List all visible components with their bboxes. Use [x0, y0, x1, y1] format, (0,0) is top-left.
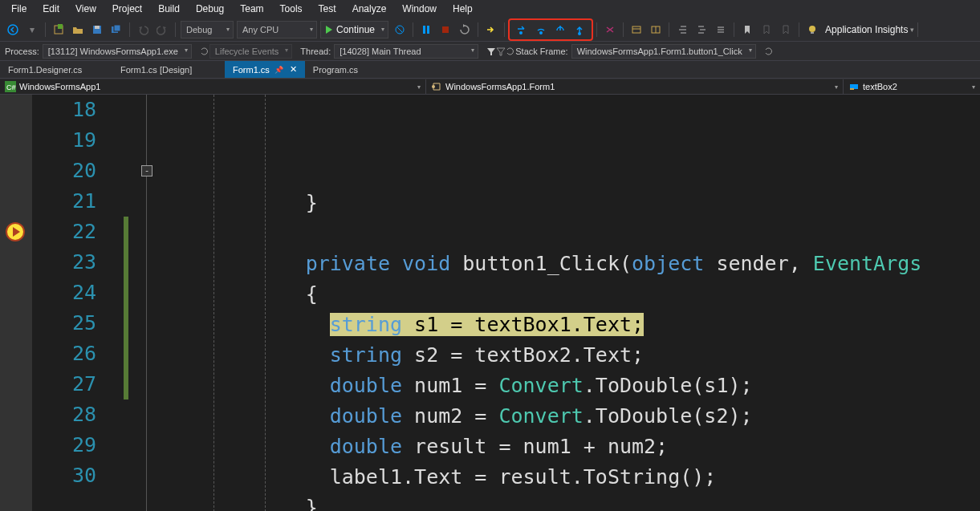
change-indicator-gutter — [120, 95, 136, 511]
class-icon — [431, 81, 442, 92]
step-buttons-highlight — [508, 18, 593, 41]
svg-rect-10 — [442, 26, 449, 33]
open-file-button[interactable] — [69, 21, 87, 39]
svg-rect-24 — [850, 88, 854, 90]
fold-toggle[interactable]: - — [141, 165, 152, 176]
menu-edit[interactable]: Edit — [35, 1, 67, 17]
layout-button-2[interactable] — [647, 21, 665, 39]
svg-rect-19 — [811, 32, 814, 34]
cycle-frame-button[interactable] — [764, 47, 774, 56]
menu-build[interactable]: Build — [150, 1, 188, 17]
menu-bar: File Edit View Project Build Debug Team … — [0, 0, 980, 18]
code-line[interactable]: double num1 = Convert.ToDouble(s1); — [161, 371, 980, 401]
menu-project[interactable]: Project — [104, 1, 150, 17]
cycle-thread-button[interactable] — [506, 47, 515, 56]
hot-reload-button[interactable] — [601, 21, 619, 39]
step-over-button[interactable] — [532, 21, 550, 39]
stack-frame-dropdown[interactable]: WindowsFormsApp1.Form1.button1_Click — [571, 44, 756, 59]
configuration-dropdown[interactable]: Debug — [181, 21, 234, 39]
indent-button[interactable] — [693, 21, 710, 39]
code-line[interactable] — [161, 218, 980, 249]
play-icon — [326, 26, 332, 34]
next-bookmark-button[interactable] — [777, 21, 795, 39]
file-tab[interactable]: Form1.Designer.cs — [0, 61, 112, 78]
process-dropdown[interactable]: [13112] WindowsFormsApp1.exe — [43, 44, 192, 59]
fold-gutter[interactable]: - — [136, 95, 161, 511]
field-icon — [848, 81, 860, 92]
continue-button[interactable]: Continue — [320, 21, 388, 39]
document-tab-row: Form1.Designer.csForm1.cs [Design]Form1.… — [0, 61, 980, 79]
code-line[interactable]: } — [161, 493, 980, 511]
new-project-button[interactable] — [50, 21, 67, 39]
step-out-button[interactable] — [551, 21, 569, 39]
comment-button[interactable] — [712, 21, 730, 39]
platform-dropdown[interactable]: Any CPU — [237, 21, 317, 39]
file-tab[interactable]: Form1.cs [Design] — [112, 61, 225, 78]
nav-back-button[interactable] — [4, 21, 22, 39]
code-line[interactable]: { — [161, 279, 980, 310]
menu-test[interactable]: Test — [311, 1, 344, 17]
code-line[interactable]: string s1 = textBox1.Text; — [161, 310, 980, 340]
code-line[interactable]: label1.Text = result.ToString(); — [161, 462, 980, 493]
menu-help[interactable]: Help — [445, 1, 481, 17]
menu-debug[interactable]: Debug — [188, 1, 232, 17]
outdent-button[interactable] — [673, 21, 691, 39]
show-next-button[interactable] — [482, 21, 500, 39]
svg-point-13 — [578, 32, 581, 35]
step-into-button[interactable] — [513, 21, 531, 39]
pin-icon[interactable]: 📌 — [274, 66, 283, 74]
code-nav-bar: C# WindowsFormsApp1 WindowsFormsApp1.For… — [0, 79, 980, 95]
svg-rect-8 — [423, 26, 425, 34]
process-label: Process: — [5, 47, 39, 56]
code-line[interactable]: double num2 = Convert.ToDouble(s2); — [161, 401, 980, 432]
menu-team[interactable]: Team — [232, 1, 271, 17]
code-line[interactable]: string s2 = textBox2.Text; — [161, 340, 980, 371]
file-tab[interactable]: Form1.cs📌✕ — [225, 61, 305, 78]
bookmark-button[interactable] — [738, 21, 756, 39]
lifecycle-events-dropdown[interactable]: Lifecycle Events — [209, 44, 292, 59]
svg-rect-9 — [427, 26, 429, 34]
svg-text:C#: C# — [6, 83, 16, 91]
code-area[interactable]: } private void button1_Click(object send… — [161, 95, 980, 511]
file-tab[interactable]: Program.cs — [305, 61, 417, 78]
browser-link-button[interactable] — [391, 21, 409, 39]
code-line[interactable]: } — [161, 188, 980, 218]
restart-button[interactable] — [456, 21, 474, 39]
change-bar — [124, 217, 128, 399]
project-nav-dropdown[interactable]: C# WindowsFormsApp1 — [0, 81, 425, 92]
svg-rect-14 — [632, 26, 640, 33]
class-nav-dropdown[interactable]: WindowsFormsApp1.Form1 — [426, 81, 843, 92]
menu-tools[interactable]: Tools — [272, 1, 311, 17]
code-line[interactable]: private void button1_Click(object sender… — [161, 249, 980, 279]
redo-button[interactable] — [153, 21, 171, 39]
menu-view[interactable]: View — [67, 1, 104, 17]
menu-file[interactable]: File — [3, 1, 35, 17]
svg-point-18 — [809, 26, 815, 32]
csharp-project-icon: C# — [5, 81, 16, 92]
stop-button[interactable] — [437, 21, 454, 39]
code-editor[interactable]: 18192021222324252627282930 - } private v… — [0, 95, 980, 511]
layout-button-1[interactable] — [628, 21, 645, 39]
save-button[interactable] — [88, 21, 106, 39]
bookmarks-button[interactable] — [758, 21, 775, 39]
close-tab-button[interactable]: ✕ — [290, 64, 297, 75]
member-nav-dropdown[interactable]: textBox2 — [844, 81, 980, 92]
cycle-process-button[interactable] — [200, 47, 209, 56]
undo-button[interactable] — [134, 21, 152, 39]
nav-forward-button[interactable]: ▾ — [23, 21, 41, 39]
filter-button-1[interactable] — [486, 47, 496, 56]
lightbulb-icon[interactable] — [803, 21, 821, 39]
pause-button[interactable] — [417, 21, 435, 39]
thread-label: Thread: — [300, 47, 331, 56]
dropdown-icon: ▾ — [910, 26, 914, 34]
filter-button-2[interactable] — [496, 47, 506, 56]
thread-dropdown[interactable]: [14028] Main Thread — [334, 44, 478, 59]
application-insights-button[interactable]: Application Insights — [825, 24, 908, 35]
breakpoint-gutter[interactable] — [0, 95, 32, 511]
code-line[interactable]: double result = num1 + num2; — [161, 432, 980, 462]
save-all-button[interactable] — [108, 21, 125, 39]
menu-window[interactable]: Window — [394, 1, 445, 17]
current-statement-arrow — [6, 222, 25, 241]
menu-analyze[interactable]: Analyze — [344, 1, 395, 17]
step-back-button[interactable] — [571, 21, 588, 39]
